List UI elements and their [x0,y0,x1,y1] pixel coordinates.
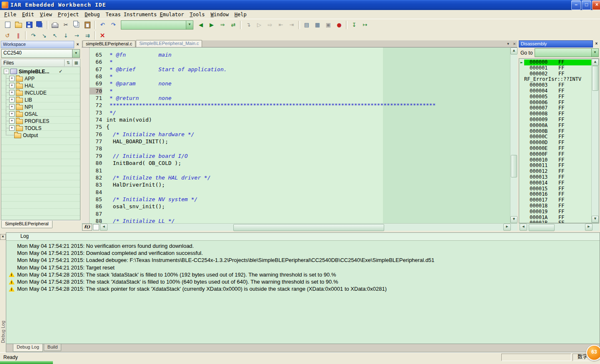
split-box[interactable] [93,224,99,230]
code-line[interactable]: 79 // Initialize board I/O [90,152,510,160]
cut-button[interactable]: ✂ [60,20,71,30]
tab-list-icon[interactable]: ▾ [505,41,511,47]
breakpoint-gutter[interactable] [82,47,90,223]
menu-item-help[interactable]: Help [232,11,250,18]
break-button[interactable]: ‖ [13,30,24,40]
scroll-right-icon[interactable]: ▶ [503,224,511,231]
next-statement-button[interactable]: ↓ [60,30,71,40]
code-line[interactable]: 74int main(void) [90,116,510,123]
code-line[interactable]: 71 * @return none [90,95,510,102]
code-line[interactable]: 77 HAL_BOARD_INIT(); [90,138,510,145]
menu-item-project[interactable]: Project [55,11,82,18]
find-previous-button[interactable]: ◀ [195,20,206,30]
configuration-value[interactable]: CC2540 [2,50,72,57]
code-line[interactable]: 78 [90,145,510,152]
disassembly-row[interactable]: 000018FF [519,203,591,209]
expand-icon[interactable]: + [9,125,15,131]
code-line[interactable]: 70 * [90,87,510,95]
download-and-debug-button[interactable]: ↧ [349,20,360,30]
disassembly-row[interactable]: 00000CFF [519,134,591,140]
code-line[interactable]: 85 /* Initialize NV system */ [90,196,510,203]
disassembly-scroll-down-icon[interactable]: ▼ [592,216,599,223]
disassembly-hscrollbar[interactable]: ◀ ▶ [519,223,599,231]
save-button[interactable] [24,20,35,30]
scroll-down-icon[interactable]: ▼ [510,216,518,223]
disassembly-row[interactable]: 00000BFF [519,129,591,135]
close-workspace-icon[interactable]: × [75,42,80,47]
disassembly-row[interactable]: 00000FFF [519,152,591,157]
disassembly-row[interactable]: 000002FF [519,71,591,77]
overlay-badge[interactable]: 63 [586,345,600,361]
tree-item-profiles[interactable]: +PROFILES [1,117,80,125]
disassembly-row[interactable]: 00000AFF [519,123,591,129]
debug-without-downloading-button[interactable]: ↦ [360,20,370,30]
code-line[interactable]: 65 * @fn main [90,51,510,58]
menu-item-tools[interactable]: Tools [187,11,208,18]
code-area[interactable]: 65 * @fn main66 *67 * @brief Start of ap… [90,47,510,223]
log-tab-debug-log[interactable]: Debug Log [13,344,43,352]
expand-icon[interactable]: + [9,118,15,124]
disassembly-row[interactable]: 000003FF [519,82,591,88]
expand-icon[interactable]: + [9,76,15,81]
stop-build-button[interactable]: ▣ [323,20,334,30]
goto-dropdown-icon[interactable]: ▼ [591,49,598,57]
code-line[interactable]: 66 * [90,58,510,65]
disassembly-row[interactable]: 00001AFF [519,215,591,221]
disassembly-scroll-left-icon[interactable]: ◀ [520,224,527,231]
disassembly-hscroll-track[interactable] [528,224,583,230]
new-document-button[interactable] [2,20,13,30]
disassembly-row[interactable]: 000017FF [519,197,591,203]
code-line[interactable]: 87 [90,210,510,217]
log-tab-build[interactable]: Build [44,344,61,351]
undo-button[interactable]: ↶ [97,20,108,30]
close-button[interactable]: × [592,0,600,10]
disassembly-scroll-right-icon[interactable]: ▶ [585,224,592,231]
step-out-button[interactable]: ↖ [50,30,60,40]
collapse-icon[interactable]: − [4,69,9,74]
code-line[interactable]: 69 * @param none [90,80,510,87]
close-log-icon[interactable]: × [0,234,6,240]
function-selector-button[interactable]: f() [82,224,92,231]
step-into-button[interactable]: ↘ [39,30,50,40]
go-button[interactable]: ⇉ [82,30,93,40]
code-line[interactable]: 80 InitBoard( OB_COLD ); [90,160,510,167]
expand-icon[interactable]: + [9,90,15,95]
code-line[interactable]: 88 /* Initialize LL */ [90,217,510,223]
workspace-tab-simplebleperipheral[interactable]: SimpleBLEPeripheral [1,221,52,228]
stop-debugging-button[interactable]: × [97,30,108,40]
find-combo[interactable]: ▼ [121,20,193,30]
run-to-cursor-disabled-button[interactable]: ▷ [254,20,265,30]
expand-icon[interactable]: + [9,97,15,102]
print-button[interactable] [50,20,60,30]
disassembly-row[interactable]: 000014FF [519,180,591,186]
open-file-button[interactable] [13,20,24,30]
file-sort-icon[interactable]: ⇅ [64,60,72,66]
disassembly-header[interactable]: Disassembly [519,40,593,47]
editor-hscroll-thumb[interactable] [233,224,384,231]
disassembly-row[interactable]: 000005FF [519,94,591,100]
code-line[interactable]: 76 /* Initialize hardware */ [90,131,510,138]
minimize-button[interactable]: – [571,0,581,10]
menu-item-debug[interactable]: Debug [82,11,102,18]
disassembly-hscroll-thumb[interactable] [529,224,555,231]
code-line[interactable]: 72 *************************************… [90,102,510,109]
disassembly-row[interactable]: 000010FF [519,157,591,163]
disassembly-row[interactable]: RF_ErrorIsr::??INTV [519,77,591,82]
disassembly-row[interactable]: 000015FF [519,186,591,192]
go-to-line-button[interactable]: ↴ [243,20,254,30]
tree-item-simpleble[interactable]: −SimpleBLE...✓ [1,68,80,75]
editor-tab-simplebleperipheral-main-c[interactable]: SimpleBLEPeripheral_Main.c [136,40,202,47]
code-line[interactable]: 84 [90,189,510,196]
disassembly-row[interactable]: 000012FF [519,169,591,175]
copy-button[interactable] [71,20,82,30]
close-editor-icon[interactable]: × [511,41,518,47]
paste-button[interactable] [82,20,93,30]
configuration-dropdown-icon[interactable]: ▼ [72,50,80,57]
editor-hscroll-track[interactable] [108,224,502,230]
disassembly-row[interactable]: 000013FF [519,175,591,180]
configuration-selector[interactable]: CC2540 ▼ [1,49,80,58]
find-combo-dropdown-icon[interactable]: ▼ [186,21,193,29]
close-disassembly-icon[interactable]: × [594,41,599,47]
disassembly-row[interactable]: 000011FF [519,163,591,169]
tree-item-osal[interactable]: +OSAL [1,110,80,117]
